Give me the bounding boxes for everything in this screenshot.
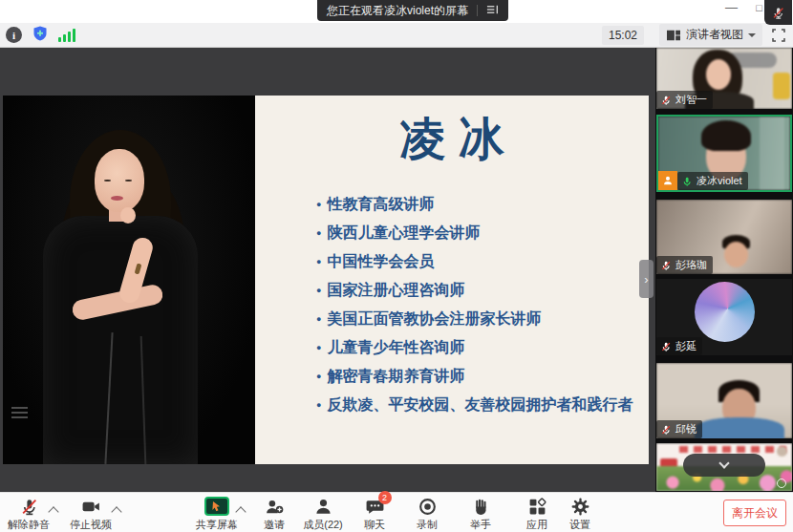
divider	[477, 5, 478, 16]
window-minimize-button[interactable]: —	[725, 0, 738, 14]
slide-text-panel: 凌 冰 性教育高级讲师 陕西儿童心理学会讲师 中国性学会会员 国家注册心理咨询师…	[255, 96, 649, 464]
raise-hand-label: 举手	[470, 518, 491, 532]
slide-bullet: 反欺凌、平安校园、友善校园拥护者和践行者	[316, 395, 632, 415]
unmute-label: 解除静音	[8, 518, 50, 532]
collapse-thumbnails-button[interactable]	[683, 454, 765, 477]
slide-title: 凌 冰	[255, 109, 649, 170]
chat-label: 聊天	[364, 518, 385, 532]
members-label: 成员(22)	[303, 518, 343, 532]
apps-button[interactable]: 应用	[514, 496, 560, 532]
chat-unread-badge: 2	[378, 491, 392, 504]
shared-screen-area: 凌 冰 性教育高级讲师 陕西儿童心理学会讲师 中国性学会会员 国家注册心理咨询师…	[0, 48, 655, 492]
chevron-down-icon	[748, 33, 756, 37]
invite-person-icon	[265, 497, 285, 517]
time-text: 15:02	[609, 29, 637, 42]
mic-off-icon	[19, 497, 39, 517]
sidebar-collapse-handle[interactable]: ›	[639, 260, 654, 298]
stop-video-label: 停止视频	[70, 518, 112, 532]
bottom-toolbar: 解除静音 停止视频 共享屏幕	[0, 492, 793, 532]
view-mode-selector[interactable]: 演讲者视图	[659, 24, 762, 46]
camera-icon	[81, 497, 101, 517]
meeting-info-icon[interactable]: i	[6, 27, 22, 43]
overlay-menu-icon[interactable]	[11, 407, 28, 418]
slide-bullet: 美国正面管教协会注册家长讲师	[316, 309, 632, 330]
mic-off-icon	[660, 341, 672, 352]
record-button[interactable]: 录制	[404, 496, 450, 532]
participant-name: 凌冰violet	[697, 174, 742, 188]
record-label: 录制	[417, 518, 438, 532]
participant-name: 刘智一	[675, 93, 707, 107]
settings-label: 设置	[569, 518, 590, 532]
meeting-window: — □ 您正在观看凌冰violet的屏幕 i	[0, 0, 793, 532]
fullscreen-button[interactable]	[772, 29, 785, 42]
fullscreen-icon	[772, 29, 785, 42]
security-shield-icon[interactable]	[32, 25, 49, 46]
gear-icon	[570, 497, 590, 517]
leave-meeting-button[interactable]: 离开会议	[723, 500, 786, 526]
watching-screen-banner[interactable]: 您正在观看凌冰violet的屏幕	[317, 0, 508, 21]
host-badge-icon	[658, 171, 677, 190]
clock: 15:02	[602, 26, 644, 45]
speaker-portrait-photo	[3, 96, 255, 464]
raise-hand-button[interactable]: 举手	[458, 496, 504, 532]
members-button[interactable]: 成员(22)	[292, 496, 354, 532]
participant-tile[interactable]: 彭延	[656, 279, 792, 355]
presentation-slide: 凌 冰 性教育高级讲师 陕西儿童心理学会讲师 中国性学会会员 国家注册心理咨询师…	[3, 96, 649, 464]
mic-off-icon	[660, 95, 672, 106]
mic-muted-indicator[interactable]	[764, 0, 792, 25]
chevron-down-icon	[718, 458, 729, 468]
share-screen-icon	[204, 497, 229, 516]
slide-bullet: 解密青春期养育讲师	[316, 367, 632, 387]
apps-label: 应用	[526, 518, 547, 532]
slide-bullet: 国家注册心理咨询师	[316, 281, 632, 301]
banner-text: 您正在观看凌冰violet的屏幕	[327, 3, 468, 19]
raise-hand-icon	[471, 497, 491, 517]
slide-bullet: 儿童青少年性咨询师	[316, 338, 632, 358]
network-signal-icon[interactable]	[58, 28, 75, 42]
participant-tile[interactable]: 刘智一	[656, 48, 792, 109]
participant-tile-active-speaker[interactable]: 凌冰violet	[656, 115, 792, 192]
participant-tile-partial[interactable]	[656, 443, 792, 491]
invite-button[interactable]: 邀请	[251, 496, 297, 532]
unmute-button[interactable]: 解除静音	[2, 496, 55, 532]
share-screen-button[interactable]: 共享屏幕	[190, 496, 244, 532]
chat-button[interactable]: 2 聊天	[352, 496, 397, 532]
stop-video-button[interactable]: 停止视频	[64, 496, 118, 532]
slide-bullet-list: 性教育高级讲师 陕西儿童心理学会讲师 中国性学会会员 国家注册心理咨询师 美国正…	[316, 195, 632, 424]
mic-off-icon	[771, 6, 785, 20]
view-mode-label: 演讲者视图	[686, 27, 743, 43]
main-area: 凌 冰 性教育高级讲师 陕西儿童心理学会讲师 中国性学会会员 国家注册心理咨询师…	[0, 48, 793, 492]
apps-grid-icon	[527, 497, 547, 517]
members-icon	[313, 497, 333, 517]
participant-tile[interactable]: 邱锐	[656, 363, 792, 438]
record-icon	[418, 497, 438, 517]
layout-icon	[666, 29, 681, 42]
participants-sidebar: 刘智一	[655, 48, 793, 492]
avatar	[695, 282, 755, 342]
invite-label: 邀请	[264, 518, 285, 532]
slide-bullet: 陕西儿童心理学会讲师	[316, 223, 632, 244]
participant-name: 彭延	[675, 339, 697, 353]
participant-tile[interactable]: 彭珞珈	[656, 200, 792, 274]
slide-bullet: 性教育高级讲师	[316, 195, 632, 215]
settings-button[interactable]: 设置	[557, 496, 603, 532]
top-toolbar: i 15:02 演讲者视图	[0, 23, 793, 48]
share-screen-label: 共享屏幕	[196, 518, 238, 532]
mic-off-icon	[660, 424, 672, 436]
window-maximize-button[interactable]: □	[756, 2, 762, 13]
mic-off-icon	[660, 260, 672, 271]
participant-name: 彭珞珈	[675, 258, 707, 272]
mic-on-icon	[681, 176, 693, 187]
participant-name: 邱锐	[675, 422, 697, 436]
slide-bullet: 中国性学会会员	[316, 252, 632, 272]
banner-options-icon[interactable]	[486, 4, 499, 18]
